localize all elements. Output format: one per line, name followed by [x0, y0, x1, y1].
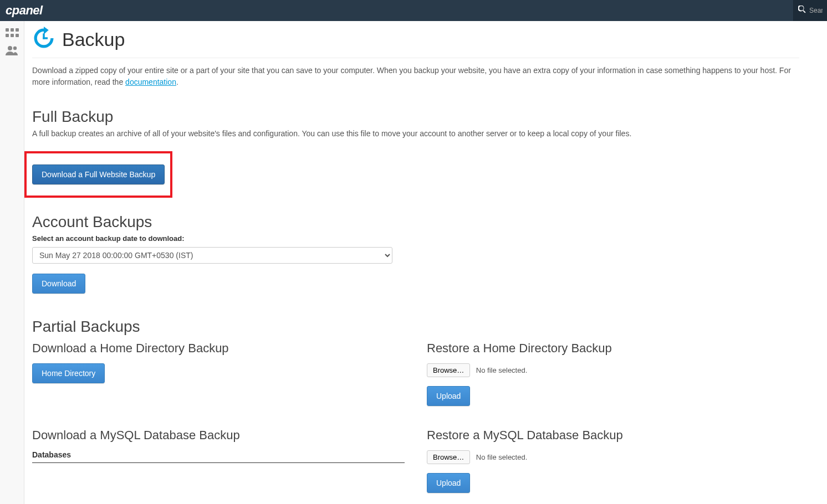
search-area[interactable]	[793, 0, 827, 21]
browse-mysql-button[interactable]: Browse…	[427, 450, 470, 464]
svg-point-7	[13, 47, 16, 50]
users-icon[interactable]	[6, 45, 19, 55]
page-header: Backup	[32, 27, 799, 58]
mysql-file-status: No file selected.	[476, 453, 528, 461]
home-file-status: No file selected.	[476, 366, 528, 374]
documentation-link[interactable]: documentation	[125, 78, 176, 86]
home-directory-button[interactable]: Home Directory	[32, 363, 105, 383]
page-title: Backup	[62, 29, 125, 50]
svg-point-6	[8, 46, 12, 50]
highlight-annotation: Download a Full Website Backup	[24, 151, 172, 198]
partial-backups-title: Partial Backups	[32, 318, 799, 336]
svg-rect-5	[16, 34, 19, 37]
svg-rect-3	[6, 34, 9, 37]
upload-mysql-button[interactable]: Upload	[427, 473, 470, 493]
intro-text: Download a zipped copy of your entire si…	[32, 65, 799, 88]
svg-rect-2	[16, 28, 19, 32]
full-backup-desc: A full backup creates an archive of all …	[32, 129, 799, 138]
restore-home-title: Restore a Home Directory Backup	[427, 341, 799, 356]
backup-clock-icon	[32, 27, 55, 52]
restore-mysql-section: Restore a MySQL Database Backup Browse… …	[427, 428, 799, 493]
cpanel-logo: cPanel	[6, 3, 43, 18]
download-mysql-section: Download a MySQL Database Backup Databas…	[32, 428, 405, 493]
account-backups-title: Account Backups	[32, 213, 799, 231]
full-backup-title: Full Backup	[32, 108, 799, 126]
search-input[interactable]	[809, 7, 823, 14]
browse-home-button[interactable]: Browse…	[427, 363, 470, 377]
main-content: Backup Download a zipped copy of your en…	[24, 21, 827, 504]
svg-rect-4	[11, 34, 14, 37]
svg-rect-0	[6, 28, 9, 32]
databases-header: Databases	[32, 450, 405, 463]
download-home-title: Download a Home Directory Backup	[32, 341, 405, 356]
top-bar: cPanel	[0, 0, 827, 21]
download-account-backup-button[interactable]: Download	[32, 274, 85, 294]
download-mysql-title: Download a MySQL Database Backup	[32, 428, 405, 443]
account-backup-date-label: Select an account backup date to downloa…	[32, 234, 799, 243]
account-backup-date-select[interactable]: Sun May 27 2018 00:00:00 GMT+0530 (IST)	[32, 247, 392, 264]
upload-home-button[interactable]: Upload	[427, 386, 470, 406]
sidebar	[0, 21, 24, 504]
search-icon	[798, 6, 809, 16]
restore-home-section: Restore a Home Directory Backup Browse… …	[427, 341, 799, 406]
svg-rect-1	[11, 28, 14, 32]
download-full-backup-button[interactable]: Download a Full Website Backup	[32, 164, 165, 184]
restore-mysql-title: Restore a MySQL Database Backup	[427, 428, 799, 443]
grid-apps-icon[interactable]	[6, 28, 19, 38]
download-home-section: Download a Home Directory Backup Home Di…	[32, 341, 405, 406]
